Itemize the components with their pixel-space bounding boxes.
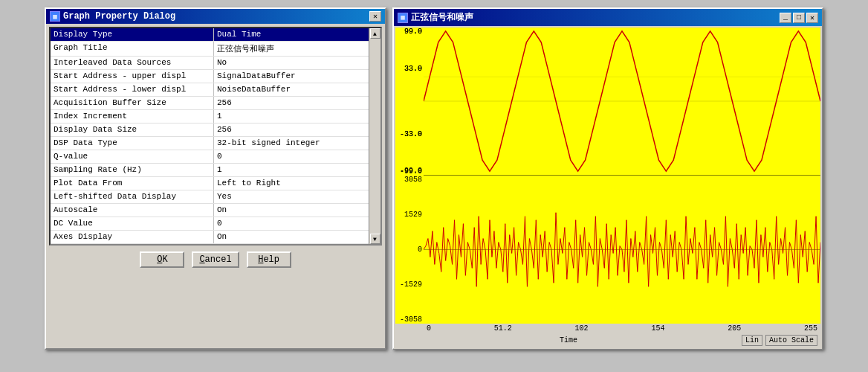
graph-area: 99.0 33.0 -33.0 -99.0	[395, 28, 820, 324]
upper-y-labels: 99.0 33.0 -33.0 -99.0	[395, 28, 424, 176]
x-label-51: 51.2	[494, 324, 512, 333]
graph-property-dialog: ▦ Graph Property Dialog ✕ Display TypeDu…	[45, 7, 386, 350]
graph-icon: ▦	[398, 13, 408, 23]
prop-name-cell: Display Type	[51, 28, 214, 41]
auto-scale-button[interactable]: Auto Scale	[765, 335, 817, 346]
scroll-down[interactable]: ▼	[370, 234, 380, 244]
ok-label: K	[162, 254, 167, 265]
prop-value-cell: 256	[214, 97, 369, 109]
prop-value-cell: No	[214, 57, 369, 69]
prop-name-cell: Left-shifted Data Display	[51, 190, 214, 203]
prop-name-cell: Start Address - upper displ	[51, 70, 214, 83]
dialog-title-text: Graph Property Dialog	[63, 11, 175, 22]
prop-name-cell: Autoscale	[51, 204, 214, 217]
graph-maximize-button[interactable]: □	[793, 13, 805, 23]
help-label: elp	[263, 254, 279, 265]
prop-value-cell: 1	[214, 164, 369, 176]
footer-time-label: Time	[398, 336, 739, 344]
dialog-close-button[interactable]: ✕	[369, 11, 381, 22]
prop-name-cell: Display Data Size	[51, 124, 214, 136]
graph-title-bar: ▦ 正弦信号和噪声 _ □ ✕	[394, 9, 822, 26]
property-table-wrapper: Display TypeDual TimeGraph Title正弦信号和噪声I…	[49, 27, 382, 246]
graph-minimize-button[interactable]: _	[780, 13, 791, 23]
x-label-0: 0	[427, 324, 431, 333]
prop-value-cell: 0	[214, 150, 369, 163]
x-label-255: 255	[804, 324, 817, 333]
prop-value-cell: 正弦信号和噪声	[214, 42, 369, 56]
prop-name-cell: Q-value	[51, 150, 214, 163]
prop-name-cell: Plot Data From	[51, 177, 214, 190]
prop-name-cell: Acquisition Buffer Size	[51, 97, 214, 109]
graph-title-left: ▦ 正弦信号和噪声	[398, 11, 473, 24]
table-row[interactable]: Acquisition Buffer Size256	[51, 97, 369, 110]
lin-button[interactable]: Lin	[742, 335, 762, 346]
dialog-buttons: OK Cancel Help	[49, 246, 382, 271]
graph-content: 99.0 33.0 -33.0 -99.0	[394, 26, 822, 349]
table-row[interactable]: AutoscaleOn	[51, 204, 369, 217]
upper-chart-svg	[424, 28, 820, 175]
cancel-label: ancel	[205, 254, 232, 265]
ok-button[interactable]: OK	[140, 251, 184, 268]
prop-name-cell: Axes Display	[51, 231, 214, 243]
prop-value-cell: 32-bit signed integer	[214, 137, 369, 150]
prop-value-cell: 0	[214, 217, 369, 230]
x-label-154: 154	[651, 324, 664, 333]
x-label-205: 205	[728, 324, 741, 333]
dialog-content: Display TypeDual TimeGraph Title正弦信号和噪声I…	[46, 24, 385, 274]
lower-chart	[424, 176, 820, 324]
table-row[interactable]: DC Value0	[51, 217, 369, 231]
lower-chart-svg	[424, 176, 820, 324]
prop-name-cell: DSP Data Type	[51, 137, 214, 150]
x-label-102: 102	[575, 324, 589, 333]
x-axis-labels: 0 51.2 102 154 205 255	[395, 324, 820, 333]
scrollbar[interactable]: ▲ ▼	[369, 28, 380, 244]
graph-title-text: 正弦信号和噪声	[411, 11, 473, 24]
prop-name-cell: Start Address - lower displ	[51, 83, 214, 96]
prop-value-cell: On	[214, 231, 369, 243]
property-table[interactable]: Display TypeDual TimeGraph Title正弦信号和噪声I…	[51, 28, 369, 244]
table-row[interactable]: Left-shifted Data DisplayYes	[51, 190, 369, 204]
table-row[interactable]: Sampling Rate (Hz)1	[51, 164, 369, 177]
prop-name-cell: DC Value	[51, 217, 214, 230]
dialog-title-left: ▦ Graph Property Dialog	[50, 11, 175, 22]
footer-controls: Lin Auto Scale	[742, 335, 817, 346]
table-row[interactable]: Display Data Size256	[51, 124, 369, 137]
table-row[interactable]: Plot Data FromLeft to Right	[51, 177, 369, 190]
prop-value-cell: Left to Right	[214, 177, 369, 190]
graph-title-buttons: _ □ ✕	[780, 13, 818, 23]
table-row[interactable]: Q-value0	[51, 150, 369, 164]
table-row[interactable]: Interleaved Data SourcesNo	[51, 57, 369, 70]
prop-value-cell: 256	[214, 124, 369, 136]
table-row[interactable]: Start Address - upper displSignalDataBuf…	[51, 70, 369, 83]
help-button[interactable]: Help	[247, 251, 291, 268]
prop-name-cell: Index Increment	[51, 110, 214, 123]
prop-value-cell: Yes	[214, 190, 369, 203]
prop-value-cell: 1	[214, 110, 369, 123]
lower-y-labels: 3058 1529 0 -1529 -3058	[395, 176, 424, 324]
prop-value-cell: SignalDataBuffer	[214, 70, 369, 83]
graph-close-button[interactable]: ✕	[806, 13, 818, 23]
prop-value-cell: Dual Time	[214, 28, 369, 41]
prop-value-cell: NoiseDataBuffer	[214, 83, 369, 96]
dialog-title-buttons: ✕	[369, 11, 381, 22]
scroll-up[interactable]: ▲	[370, 28, 380, 39]
graph-window: ▦ 正弦信号和噪声 _ □ ✕ 99.0 33.0 -33.0 -99.0	[392, 7, 823, 350]
table-row[interactable]: DSP Data Type32-bit signed integer	[51, 137, 369, 150]
prop-name-cell: Sampling Rate (Hz)	[51, 164, 214, 176]
upper-chart: 99.0 33.0 -33.0 -99.0	[424, 28, 820, 176]
cancel-button[interactable]: Cancel	[192, 251, 239, 268]
prop-name-cell: Interleaved Data Sources	[51, 57, 214, 69]
table-row[interactable]: Start Address - lower displNoiseDataBuff…	[51, 83, 369, 97]
graph-footer: Time Lin Auto Scale	[395, 333, 820, 347]
table-row[interactable]: Graph Title正弦信号和噪声	[51, 42, 369, 57]
table-row[interactable]: Display TypeDual Time	[51, 28, 369, 42]
prop-name-cell: Graph Title	[51, 42, 214, 56]
prop-value-cell: On	[214, 204, 369, 217]
table-row[interactable]: Index Increment1	[51, 110, 369, 124]
table-row[interactable]: Axes DisplayOn	[51, 231, 369, 244]
dialog-icon: ▦	[50, 11, 60, 22]
dialog-title-bar: ▦ Graph Property Dialog ✕	[46, 9, 385, 24]
